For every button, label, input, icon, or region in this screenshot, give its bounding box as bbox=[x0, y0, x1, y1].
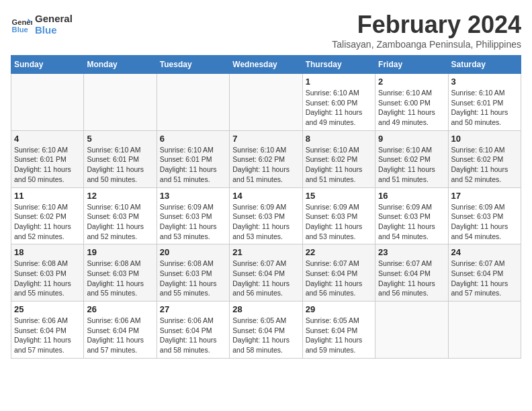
calendar-cell: 20Sunrise: 6:08 AM Sunset: 6:03 PM Dayli… bbox=[157, 244, 229, 302]
day-info: Sunrise: 6:10 AM Sunset: 6:01 PM Dayligh… bbox=[451, 88, 518, 128]
day-number: 6 bbox=[160, 134, 226, 144]
day-number: 24 bbox=[451, 247, 518, 257]
day-header-tuesday: Tuesday bbox=[157, 56, 229, 74]
calendar-cell: 28Sunrise: 6:05 AM Sunset: 6:04 PM Dayli… bbox=[230, 302, 302, 359]
logo-icon: General Blue bbox=[11, 14, 32, 36]
location-title: Talisayan, Zamboanga Peninsula, Philippi… bbox=[332, 39, 521, 50]
day-header-friday: Friday bbox=[375, 56, 448, 74]
day-info: Sunrise: 6:06 AM Sunset: 6:04 PM Dayligh… bbox=[87, 316, 153, 355]
day-number: 5 bbox=[87, 134, 153, 144]
calendar-cell: 21Sunrise: 6:07 AM Sunset: 6:04 PM Dayli… bbox=[230, 244, 302, 302]
day-info: Sunrise: 6:07 AM Sunset: 6:04 PM Dayligh… bbox=[306, 259, 372, 298]
day-number: 29 bbox=[306, 304, 372, 314]
day-number: 19 bbox=[87, 247, 153, 257]
day-number: 21 bbox=[232, 247, 299, 257]
week-row-1: 1Sunrise: 6:10 AM Sunset: 6:00 PM Daylig… bbox=[11, 74, 521, 131]
day-number: 18 bbox=[14, 247, 81, 257]
day-number: 27 bbox=[160, 304, 226, 314]
calendar-cell: 13Sunrise: 6:09 AM Sunset: 6:03 PM Dayli… bbox=[157, 187, 229, 244]
day-info: Sunrise: 6:08 AM Sunset: 6:03 PM Dayligh… bbox=[160, 259, 226, 298]
day-number: 3 bbox=[451, 77, 518, 87]
day-header-saturday: Saturday bbox=[448, 56, 521, 74]
calendar-cell: 25Sunrise: 6:06 AM Sunset: 6:04 PM Dayli… bbox=[11, 302, 84, 359]
calendar-cell: 29Sunrise: 6:05 AM Sunset: 6:04 PM Dayli… bbox=[302, 302, 375, 359]
week-row-3: 11Sunrise: 6:10 AM Sunset: 6:02 PM Dayli… bbox=[11, 187, 521, 244]
day-number: 23 bbox=[378, 247, 445, 257]
title-section: February 2024 Talisayan, Zamboanga Penin… bbox=[332, 11, 521, 50]
calendar-cell bbox=[11, 74, 84, 131]
calendar-table: SundayMondayTuesdayWednesdayThursdayFrid… bbox=[11, 55, 521, 359]
calendar-cell: 7Sunrise: 6:10 AM Sunset: 6:02 PM Daylig… bbox=[230, 130, 302, 187]
day-number: 16 bbox=[378, 191, 445, 201]
day-number: 8 bbox=[306, 134, 372, 144]
calendar-cell bbox=[84, 74, 157, 131]
day-info: Sunrise: 6:06 AM Sunset: 6:04 PM Dayligh… bbox=[160, 316, 226, 355]
calendar-cell: 4Sunrise: 6:10 AM Sunset: 6:01 PM Daylig… bbox=[11, 130, 84, 187]
day-number: 2 bbox=[378, 77, 445, 87]
calendar-cell: 22Sunrise: 6:07 AM Sunset: 6:04 PM Dayli… bbox=[302, 244, 375, 302]
day-number: 22 bbox=[306, 247, 372, 257]
calendar-cell: 15Sunrise: 6:09 AM Sunset: 6:03 PM Dayli… bbox=[302, 187, 375, 244]
day-info: Sunrise: 6:10 AM Sunset: 6:01 PM Dayligh… bbox=[14, 145, 81, 185]
month-title: February 2024 bbox=[332, 11, 521, 39]
day-number: 13 bbox=[160, 191, 226, 201]
day-number: 25 bbox=[14, 304, 81, 314]
day-info: Sunrise: 6:10 AM Sunset: 6:02 PM Dayligh… bbox=[232, 145, 299, 185]
day-number: 15 bbox=[306, 191, 372, 201]
day-number: 20 bbox=[160, 247, 226, 257]
day-info: Sunrise: 6:07 AM Sunset: 6:04 PM Dayligh… bbox=[451, 259, 518, 298]
day-info: Sunrise: 6:07 AM Sunset: 6:04 PM Dayligh… bbox=[378, 259, 445, 298]
calendar-cell bbox=[230, 74, 302, 131]
day-info: Sunrise: 6:10 AM Sunset: 6:02 PM Dayligh… bbox=[378, 145, 445, 185]
week-row-5: 25Sunrise: 6:06 AM Sunset: 6:04 PM Dayli… bbox=[11, 302, 521, 359]
calendar-cell: 10Sunrise: 6:10 AM Sunset: 6:02 PM Dayli… bbox=[448, 130, 521, 187]
day-number: 11 bbox=[14, 191, 81, 201]
day-info: Sunrise: 6:10 AM Sunset: 6:01 PM Dayligh… bbox=[160, 145, 226, 185]
day-info: Sunrise: 6:06 AM Sunset: 6:04 PM Dayligh… bbox=[14, 316, 81, 355]
svg-text:General: General bbox=[12, 18, 32, 26]
logo: General Blue General Blue bbox=[11, 13, 73, 36]
calendar-cell: 2Sunrise: 6:10 AM Sunset: 6:00 PM Daylig… bbox=[375, 74, 448, 131]
day-info: Sunrise: 6:10 AM Sunset: 6:01 PM Dayligh… bbox=[87, 145, 153, 185]
calendar-cell: 3Sunrise: 6:10 AM Sunset: 6:01 PM Daylig… bbox=[448, 74, 521, 131]
day-info: Sunrise: 6:08 AM Sunset: 6:03 PM Dayligh… bbox=[14, 259, 81, 298]
day-info: Sunrise: 6:09 AM Sunset: 6:03 PM Dayligh… bbox=[378, 202, 445, 242]
week-row-2: 4Sunrise: 6:10 AM Sunset: 6:01 PM Daylig… bbox=[11, 130, 521, 187]
day-number: 28 bbox=[232, 304, 299, 314]
day-info: Sunrise: 6:10 AM Sunset: 6:02 PM Dayligh… bbox=[14, 202, 81, 242]
day-info: Sunrise: 6:08 AM Sunset: 6:03 PM Dayligh… bbox=[87, 259, 153, 298]
calendar-cell bbox=[448, 302, 521, 359]
calendar-cell: 18Sunrise: 6:08 AM Sunset: 6:03 PM Dayli… bbox=[11, 244, 84, 302]
day-number: 14 bbox=[232, 191, 299, 201]
calendar-cell: 6Sunrise: 6:10 AM Sunset: 6:01 PM Daylig… bbox=[157, 130, 229, 187]
day-info: Sunrise: 6:10 AM Sunset: 6:00 PM Dayligh… bbox=[306, 88, 372, 128]
calendar-cell: 9Sunrise: 6:10 AM Sunset: 6:02 PM Daylig… bbox=[375, 130, 448, 187]
calendar-cell: 8Sunrise: 6:10 AM Sunset: 6:02 PM Daylig… bbox=[302, 130, 375, 187]
calendar-header: SundayMondayTuesdayWednesdayThursdayFrid… bbox=[11, 56, 521, 74]
day-info: Sunrise: 6:10 AM Sunset: 6:03 PM Dayligh… bbox=[87, 202, 153, 242]
day-number: 17 bbox=[451, 191, 518, 201]
day-number: 7 bbox=[232, 134, 299, 144]
calendar-cell: 16Sunrise: 6:09 AM Sunset: 6:03 PM Dayli… bbox=[375, 187, 448, 244]
header: General Blue General Blue February 2024 … bbox=[11, 11, 521, 50]
day-info: Sunrise: 6:09 AM Sunset: 6:03 PM Dayligh… bbox=[306, 202, 372, 242]
day-info: Sunrise: 6:05 AM Sunset: 6:04 PM Dayligh… bbox=[232, 316, 299, 355]
calendar-cell: 23Sunrise: 6:07 AM Sunset: 6:04 PM Dayli… bbox=[375, 244, 448, 302]
week-row-4: 18Sunrise: 6:08 AM Sunset: 6:03 PM Dayli… bbox=[11, 244, 521, 302]
calendar-cell: 11Sunrise: 6:10 AM Sunset: 6:02 PM Dayli… bbox=[11, 187, 84, 244]
day-number: 9 bbox=[378, 134, 445, 144]
svg-text:Blue: Blue bbox=[12, 26, 28, 34]
calendar-cell: 5Sunrise: 6:10 AM Sunset: 6:01 PM Daylig… bbox=[84, 130, 157, 187]
day-header-sunday: Sunday bbox=[11, 56, 84, 74]
calendar-cell: 26Sunrise: 6:06 AM Sunset: 6:04 PM Dayli… bbox=[84, 302, 157, 359]
calendar-cell: 14Sunrise: 6:09 AM Sunset: 6:03 PM Dayli… bbox=[230, 187, 302, 244]
calendar-cell bbox=[157, 74, 229, 131]
calendar-cell bbox=[375, 302, 448, 359]
day-number: 26 bbox=[87, 304, 153, 314]
day-info: Sunrise: 6:10 AM Sunset: 6:02 PM Dayligh… bbox=[451, 145, 518, 185]
day-info: Sunrise: 6:09 AM Sunset: 6:03 PM Dayligh… bbox=[451, 202, 518, 242]
day-info: Sunrise: 6:07 AM Sunset: 6:04 PM Dayligh… bbox=[232, 259, 299, 298]
day-header-monday: Monday bbox=[84, 56, 157, 74]
calendar-cell: 12Sunrise: 6:10 AM Sunset: 6:03 PM Dayli… bbox=[84, 187, 157, 244]
day-info: Sunrise: 6:10 AM Sunset: 6:02 PM Dayligh… bbox=[306, 145, 372, 185]
